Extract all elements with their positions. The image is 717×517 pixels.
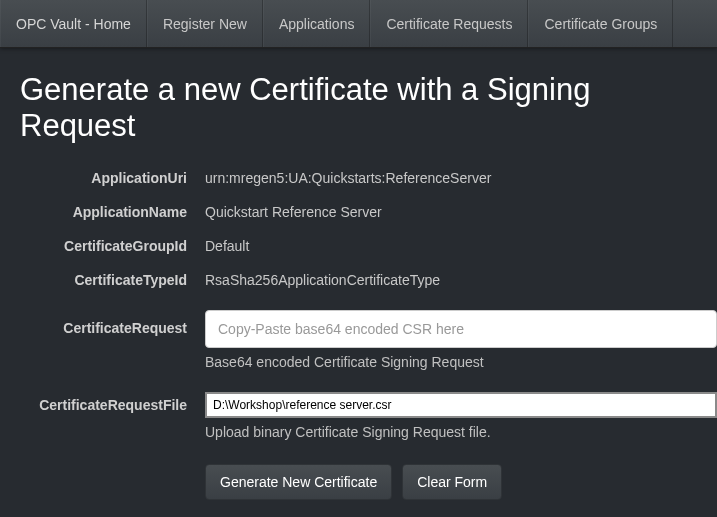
clear-form-button[interactable]: Clear Form bbox=[402, 464, 502, 500]
help-certificate-request: Base64 encoded Certificate Signing Reque… bbox=[205, 354, 717, 370]
label-certificate-group-id: CertificateGroupId bbox=[0, 236, 205, 254]
value-certificate-type-id: RsaSha256ApplicationCertificateType bbox=[205, 270, 717, 288]
row-certificate-request: CertificateRequest Base64 encoded Certif… bbox=[0, 296, 717, 378]
row-application-name: ApplicationName Quickstart Reference Ser… bbox=[0, 194, 717, 228]
page-title: Generate a new Certificate with a Signin… bbox=[0, 48, 717, 160]
value-application-uri: urn:mregen5:UA:Quickstarts:ReferenceServ… bbox=[205, 168, 717, 186]
nav-certificate-requests[interactable]: Certificate Requests bbox=[370, 0, 528, 47]
label-certificate-request-file: CertificateRequestFile bbox=[0, 392, 205, 413]
label-application-name: ApplicationName bbox=[0, 202, 205, 220]
certificate-request-input[interactable] bbox=[205, 310, 717, 348]
form: ApplicationUri urn:mregen5:UA:Quickstart… bbox=[0, 160, 717, 500]
nav-applications[interactable]: Applications bbox=[263, 0, 371, 47]
label-certificate-request: CertificateRequest bbox=[0, 310, 205, 336]
nav-register-new[interactable]: Register New bbox=[147, 0, 263, 47]
row-certificate-group-id: CertificateGroupId Default bbox=[0, 228, 717, 262]
nav-certificate-groups[interactable]: Certificate Groups bbox=[528, 0, 673, 47]
help-certificate-request-file: Upload binary Certificate Signing Reques… bbox=[205, 424, 717, 440]
certificate-request-file-input[interactable]: D:\Workshop\reference server.csr bbox=[205, 392, 717, 418]
label-application-uri: ApplicationUri bbox=[0, 168, 205, 186]
navbar: OPC Vault - Home Register New Applicatio… bbox=[0, 0, 717, 48]
label-certificate-type-id: CertificateTypeId bbox=[0, 270, 205, 288]
row-certificate-type-id: CertificateTypeId RsaSha256ApplicationCe… bbox=[0, 262, 717, 296]
value-certificate-group-id: Default bbox=[205, 236, 717, 254]
nav-brand[interactable]: OPC Vault - Home bbox=[0, 0, 147, 47]
generate-new-certificate-button[interactable]: Generate New Certificate bbox=[205, 464, 392, 500]
value-application-name: Quickstart Reference Server bbox=[205, 202, 717, 220]
row-certificate-request-file: CertificateRequestFile D:\Workshop\refer… bbox=[0, 378, 717, 448]
row-application-uri: ApplicationUri urn:mregen5:UA:Quickstart… bbox=[0, 160, 717, 194]
button-row: Generate New Certificate Clear Form bbox=[0, 464, 717, 500]
